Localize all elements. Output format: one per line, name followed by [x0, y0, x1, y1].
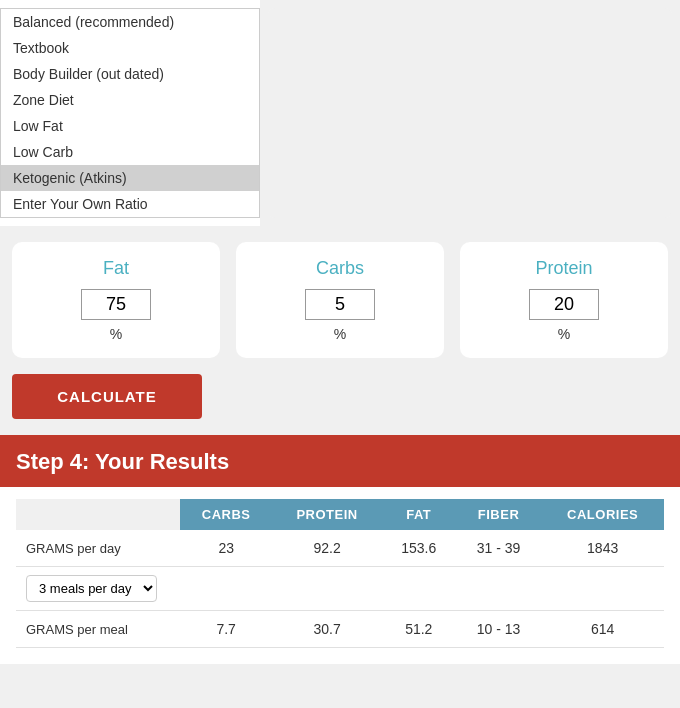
dropdown-item-lowfat[interactable]: Low Fat	[1, 113, 259, 139]
carbs-label: Carbs	[256, 258, 424, 279]
fat-box: Fat %	[12, 242, 220, 358]
protein-label: Protein	[480, 258, 648, 279]
diet-dropdown-list: Balanced (recommended) Textbook Body Bui…	[0, 0, 260, 226]
step4-heading: Step 4: Your Results	[16, 449, 229, 474]
grams-per-meal-calories: 614	[541, 611, 664, 648]
dropdown-item-bodybuilder[interactable]: Body Builder (out dated)	[1, 61, 259, 87]
fat-label: Fat	[32, 258, 200, 279]
table-header-empty	[16, 499, 180, 530]
dropdown-item-textbook[interactable]: Textbook	[1, 35, 259, 61]
macro-section: Fat % Carbs % Protein %	[0, 226, 680, 370]
carbs-box: Carbs %	[236, 242, 444, 358]
fat-unit: %	[32, 326, 200, 342]
carbs-unit: %	[256, 326, 424, 342]
grams-per-meal-carbs: 7.7	[180, 611, 272, 648]
dropdown-item-lowcarb[interactable]: Low Carb	[1, 139, 259, 165]
dropdown-item-ketogenic[interactable]: Ketogenic (Atkins)	[1, 165, 259, 191]
grams-per-day-row: GRAMS per day 23 92.2 153.6 31 - 39 1843	[16, 530, 664, 567]
table-header-carbs: CARBS	[180, 499, 272, 530]
grams-per-day-label: GRAMS per day	[16, 530, 180, 567]
protein-input[interactable]	[529, 289, 599, 320]
right-panel-empty	[268, 8, 672, 218]
table-header-protein: PROTEIN	[272, 499, 381, 530]
results-table: CARBS PROTEIN FAT FIBER CALORIES GRAMS p…	[16, 499, 664, 648]
grams-per-day-protein: 92.2	[272, 530, 381, 567]
protein-box: Protein %	[460, 242, 668, 358]
meals-per-day-row: 1 meal per day 2 meals per day 3 meals p…	[16, 567, 664, 611]
dropdown-item-balanced[interactable]: Balanced (recommended)	[1, 9, 259, 35]
fat-input[interactable]	[81, 289, 151, 320]
grams-per-meal-fiber: 10 - 13	[456, 611, 542, 648]
dropdown-menu: Balanced (recommended) Textbook Body Bui…	[0, 8, 260, 218]
grams-per-meal-protein: 30.7	[272, 611, 381, 648]
table-header-fiber: FIBER	[456, 499, 542, 530]
grams-per-meal-row: GRAMS per meal 7.7 30.7 51.2 10 - 13 614	[16, 611, 664, 648]
table-header-fat: FAT	[382, 499, 456, 530]
grams-per-day-fat: 153.6	[382, 530, 456, 567]
table-header-calories: CALORIES	[541, 499, 664, 530]
grams-per-meal-fat: 51.2	[382, 611, 456, 648]
grams-per-meal-label: GRAMS per meal	[16, 611, 180, 648]
grams-per-day-carbs: 23	[180, 530, 272, 567]
grams-per-day-fiber: 31 - 39	[456, 530, 542, 567]
grams-per-day-calories: 1843	[541, 530, 664, 567]
calculate-button[interactable]: CALCULATE	[12, 374, 202, 419]
meals-per-day-select[interactable]: 1 meal per day 2 meals per day 3 meals p…	[26, 575, 157, 602]
dropdown-item-custom[interactable]: Enter Your Own Ratio	[1, 191, 259, 217]
meals-cell: 1 meal per day 2 meals per day 3 meals p…	[16, 567, 664, 611]
dropdown-item-zonediet[interactable]: Zone Diet	[1, 87, 259, 113]
step4-header: Step 4: Your Results	[0, 437, 680, 487]
protein-unit: %	[480, 326, 648, 342]
calculate-section: CALCULATE	[0, 370, 680, 435]
results-section: CARBS PROTEIN FAT FIBER CALORIES GRAMS p…	[0, 487, 680, 664]
carbs-input[interactable]	[305, 289, 375, 320]
